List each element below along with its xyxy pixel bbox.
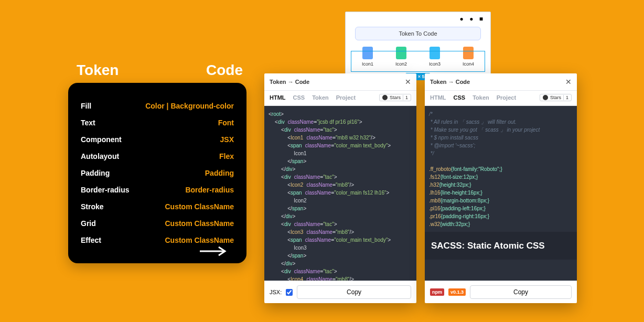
github-stars-button[interactable]: Stars1 [379,94,411,101]
panel-title: Token → Code [430,79,470,85]
selection-outline [351,51,485,72]
close-icon[interactable]: ✕ [565,78,572,86]
version-badge: v0.1.3 [448,288,466,296]
tab-css[interactable]: CSS [293,94,305,101]
tab-project[interactable]: Project [336,94,356,101]
tab-html[interactable]: HTML [270,94,286,101]
token-heading: Token [77,62,119,79]
table-row: GridCustom ClassName [81,215,234,232]
plugin-panel-html: Token → Code ✕ HTML CSS Token Project St… [264,73,416,303]
table-row: StrokeCustom ClassName [81,198,234,215]
code-output-css[interactable]: /* * All rules in 「 sacss 」 will filter … [425,106,577,281]
jsx-label: JSX: [270,289,282,295]
table-row: Border-radiusBorder-radius [81,181,234,198]
sacss-banner: SACSS: Static Atomic CSS [425,232,577,260]
close-icon[interactable]: ✕ [405,78,411,86]
token-code-table: FillColor | Background-color TextFont Co… [68,83,246,263]
copy-button[interactable]: Copy [297,285,411,299]
code-output-html[interactable]: <root> <div className="jcsb df pr16 pl16… [264,106,416,281]
tab-project[interactable]: Project [497,94,516,101]
github-icon [543,95,548,100]
jsx-checkbox[interactable] [286,289,293,296]
arrow-right-icon [199,244,228,261]
copy-button[interactable]: Copy [470,285,572,299]
panel-title: Token → Code [270,79,309,85]
window-controls-icon: ● ● ■ [460,15,485,23]
tab-css[interactable]: CSS [454,94,466,101]
github-stars-button[interactable]: Stars1 [540,94,572,101]
table-row: FillColor | Background-color [81,98,234,114]
table-row: Padding Padding [81,165,234,181]
table-row: ComponentJSX [81,131,234,148]
npm-badge: npm [430,288,444,296]
plugin-panel-css: Token → Code ✕ HTML CSS Token Project St… [425,73,577,303]
tab-html[interactable]: HTML [430,94,446,101]
code-heading: Code [206,62,243,79]
table-row: TextFont [81,114,234,131]
frame-title[interactable]: Token To Code [355,27,481,40]
table-row: AutolayoutFlex [81,148,234,165]
tab-token[interactable]: Token [312,94,329,101]
figma-canvas: ● ● ■ Token To Code Icon1 Icon2 Icon3 Ic… [345,12,491,76]
tab-token[interactable]: Token [473,94,489,101]
github-icon [382,95,388,100]
